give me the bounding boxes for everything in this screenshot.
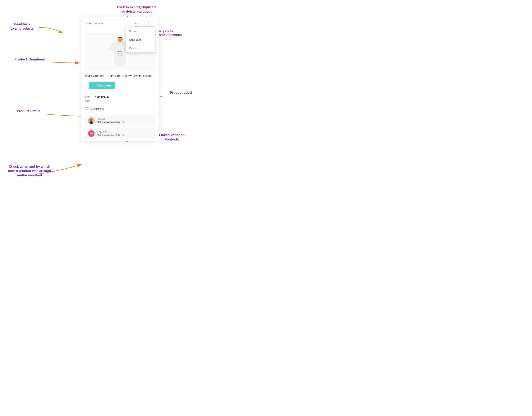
created-info: CREATED Mar 9, 2022, 12:28:32 PM [97,118,124,123]
variations-row: 5 variations [81,104,159,113]
sku-value: NSP-101721 [95,95,109,98]
product-details: SKU NSP-101721 GTIN [81,95,159,103]
annotation-product-label: Product Label [162,91,200,95]
annotation-head-back: Head back to all products [6,22,39,31]
created-label: CREATED [97,118,124,120]
status-label: Complete [97,84,111,88]
modified-label: MODIFIED [97,131,124,133]
modified-date: Mar 9, 2022, 12:34:51 PM [97,133,124,136]
product-panel: ← All products ••• ‹ › Export Duplicate … [81,17,159,141]
created-avatar [88,117,95,124]
modified-row: NB MODIFIED Mar 9, 2022, 12:34:51 PM [85,128,155,139]
created-row: CREATED Mar 9, 2022, 12:28:32 PM [85,115,155,126]
prev-product-button[interactable]: ‹ [141,20,148,27]
svg-text:=VLOOKUP: =VLOOKUP [117,56,123,58]
annotation-thumbnail: Product Thumbnail [11,57,48,61]
created-date: Mar 9, 2022, 12:28:32 PM [97,120,124,123]
header-actions: ••• ‹ › [134,20,155,27]
svg-text:THING SINCE: THING SINCE [117,55,123,56]
back-link-text: All products [89,22,104,25]
sku-label: SKU [85,96,92,98]
product-name: Plytix Greatest T-Shirt, Short-Sleeve, W… [81,74,159,80]
variations-icon [85,106,89,111]
chevron-left-icon: ‹ [144,22,145,25]
dropdown-menu: Export Duplicate Delete [126,27,155,52]
nb-initials: NB [90,132,93,135]
delete-menu-item[interactable]: Delete [126,44,155,52]
more-options-button[interactable]: ••• [134,20,140,27]
annotation-export-duplicate: Click to export, duplicate or delete a p… [114,5,159,14]
chevron-right-icon: › [151,22,152,25]
svg-point-9 [90,119,92,121]
export-menu-item[interactable]: Export [126,27,155,36]
sku-row: SKU NSP-101721 [85,95,155,98]
dots-icon: ••• [135,22,139,25]
gtin-label: GTIN [85,100,92,103]
svg-text:PLYTIX: PLYTIX [118,51,122,52]
annotation-created-modified: Check when and by which user a product w… [4,165,56,178]
next-product-button[interactable]: › [149,20,155,27]
back-to-products-link[interactable]: ← All products [85,22,104,25]
modified-info: MODIFIED Mar 9, 2022, 12:34:51 PM [97,131,124,136]
check-icon: ✓ [93,84,95,88]
back-arrow-icon: ← [85,22,88,25]
gtin-row: GTIN [85,100,155,103]
variations-link[interactable]: 5 variations [91,108,104,110]
annotation-product-status: Product Status [10,109,47,113]
product-status-badge[interactable]: ✓ Complete [89,82,115,89]
modified-avatar: NB [88,130,95,137]
duplicate-menu-item[interactable]: Duplicate [126,36,155,44]
pages-icon [85,106,89,110]
svg-text:THE GREATEST: THE GREATEST [117,53,123,54]
